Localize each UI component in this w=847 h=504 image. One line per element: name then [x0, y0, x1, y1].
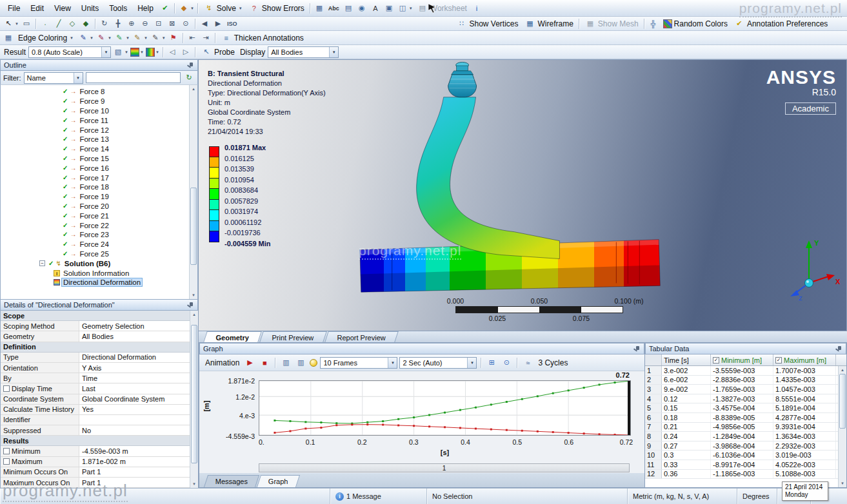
- data-cell[interactable]: 0.3: [662, 451, 711, 460]
- first-frame-icon[interactable]: ⇤: [186, 32, 199, 44]
- data-cell[interactable]: 5.1891e-004: [773, 403, 836, 412]
- data-cell[interactable]: 0.33: [662, 460, 711, 469]
- column-header-index[interactable]: [645, 354, 662, 365]
- flag-icon[interactable]: ⚑: [167, 32, 180, 44]
- tree-item-solution-b6-[interactable]: −✓↯Solution (B6): [1, 258, 197, 268]
- property-value[interactable]: Part 1: [79, 467, 198, 477]
- details-scrollbar[interactable]: ▲ ▼: [190, 311, 198, 488]
- pin-icon[interactable]: [835, 345, 842, 353]
- table-row[interactable]: 100.3-6.1036e-0043.019e-003: [645, 451, 846, 460]
- property-value[interactable]: Directional Deformation: [79, 353, 198, 362]
- data-cell[interactable]: 6.e-002: [662, 376, 711, 385]
- chevron-down-icon[interactable]: ▼: [329, 47, 338, 57]
- scrollbar-thumb[interactable]: [191, 325, 197, 463]
- chevron-down-icon[interactable]: ▼: [101, 47, 110, 57]
- data-cell[interactable]: -3.9868e-004: [711, 441, 773, 451]
- row-index-cell[interactable]: 12: [645, 470, 662, 479]
- data-cell[interactable]: 9.3931e-004: [773, 423, 836, 432]
- data-cell[interactable]: 0.15: [662, 403, 711, 412]
- duration-combo[interactable]: 2 Sec (Auto)▼: [399, 357, 477, 369]
- property-value[interactable]: 1.871e-002 m: [79, 457, 198, 467]
- data-cell[interactable]: 3.e-002: [662, 366, 711, 375]
- x-axis-arrow[interactable]: [826, 274, 835, 280]
- data-cell[interactable]: 0.21: [662, 423, 711, 432]
- data-cell[interactable]: -2.8836e-003: [711, 376, 773, 385]
- data-cell[interactable]: 8.5551e-004: [773, 394, 836, 403]
- vertex-select-icon[interactable]: ∙: [39, 18, 52, 30]
- column-header-time-s-[interactable]: Time [s]: [662, 354, 711, 365]
- table-row[interactable]: 80.24-1.2849e-0041.3634e-003: [645, 432, 846, 441]
- menu-edit[interactable]: Edit: [25, 1, 49, 15]
- menu-help[interactable]: Help: [132, 1, 159, 15]
- edge-select-icon[interactable]: ╱: [52, 18, 65, 30]
- next-view-icon[interactable]: ▶: [212, 18, 224, 30]
- edge-coloring-button[interactable]: Edge Coloring▼: [15, 33, 76, 43]
- tabular-scrollbar[interactable]: ▲ ▼: [838, 366, 846, 487]
- row-index-cell[interactable]: 3: [645, 385, 662, 394]
- edge-direction-icon[interactable]: ✎▼: [77, 32, 94, 44]
- thicken-annotations-button[interactable]: ≡Thicken Annotations: [218, 32, 306, 44]
- orientation-triad[interactable]: Y X Z: [781, 237, 842, 301]
- property-checkbox[interactable]: [3, 448, 10, 454]
- data-cell[interactable]: 0.18: [662, 413, 711, 422]
- row-index-cell[interactable]: 2: [645, 376, 662, 385]
- random-colors-button[interactable]: Random Colors: [661, 19, 730, 29]
- tree-item-force-20[interactable]: ✓→Force 20: [1, 202, 197, 211]
- zoom-out-icon[interactable]: ⊖: [139, 18, 152, 30]
- show-vertices-button[interactable]: ∷Show Vertices: [453, 18, 521, 30]
- tab-print-preview[interactable]: Print Preview: [260, 331, 327, 342]
- tree-item-force-11[interactable]: ✓→Force 11: [1, 115, 197, 125]
- pan-icon[interactable]: ╋: [112, 18, 125, 30]
- row-index-cell[interactable]: 4: [645, 394, 662, 403]
- tree-item-force-14[interactable]: ✓→Force 14: [1, 144, 197, 154]
- y-axis-arrow[interactable]: [806, 240, 812, 248]
- wireframe-button[interactable]: ▦Wireframe: [522, 18, 576, 30]
- spellcheck-icon[interactable]: Abc: [326, 3, 341, 14]
- select-mode-icon[interactable]: ↖▼: [2, 18, 19, 30]
- tree-item-force-12[interactable]: ✓→Force 12: [1, 125, 197, 135]
- min-probe-icon[interactable]: ◁: [166, 46, 179, 58]
- tree-item-force-21[interactable]: ✓→Force 21: [1, 211, 197, 220]
- animation-segment-bar[interactable]: 1: [259, 463, 630, 472]
- show-errors-button[interactable]: ?Show Errors: [246, 3, 307, 14]
- tree-item-force-10[interactable]: ✓→Force 10: [1, 106, 197, 116]
- property-checkbox[interactable]: [3, 458, 10, 465]
- box-select-icon[interactable]: ▭: [20, 18, 33, 30]
- menu-view[interactable]: View: [49, 1, 76, 15]
- scroll-up-icon[interactable]: ▲: [839, 366, 846, 374]
- magnifier-icon[interactable]: ⊙: [179, 18, 192, 30]
- dock-tab-messages[interactable]: Messages: [204, 475, 259, 487]
- data-cell[interactable]: -8.9917e-004: [711, 460, 773, 469]
- table-row[interactable]: 120.36-1.1865e-0035.1088e-003: [645, 470, 846, 480]
- refresh-icon[interactable]: ↻: [183, 73, 195, 83]
- row-index-cell[interactable]: 1: [645, 366, 662, 375]
- property-value[interactable]: No: [79, 425, 198, 435]
- distributed-frames-icon[interactable]: ▥: [279, 357, 292, 369]
- data-cell[interactable]: 5.1088e-003: [773, 470, 836, 479]
- tree-item-force-18[interactable]: ✓→Force 18: [1, 182, 197, 192]
- data-cell[interactable]: 1.0457e-003: [773, 385, 836, 394]
- property-value[interactable]: Y Axis: [79, 363, 198, 373]
- data-cell[interactable]: -1.3827e-003: [711, 394, 773, 403]
- capture-icon[interactable]: ◫▼: [396, 3, 414, 14]
- triad-origin-ball[interactable]: [805, 279, 813, 287]
- edge-connection-icon[interactable]: ✎▼: [95, 32, 112, 44]
- dock-tab-graph[interactable]: Graph: [257, 475, 300, 487]
- data-cell[interactable]: 1.4335e-003: [773, 376, 836, 385]
- property-value[interactable]: All Bodies: [79, 331, 198, 341]
- body-select-icon[interactable]: ◆: [79, 18, 92, 30]
- row-index-cell[interactable]: 11: [645, 460, 662, 469]
- data-cell[interactable]: -1.2849e-004: [711, 432, 773, 441]
- data-cell[interactable]: -8.8389e-005: [711, 413, 773, 422]
- column-checkbox[interactable]: ✓: [775, 357, 782, 363]
- property-value[interactable]: Global Coordinate System: [79, 394, 198, 404]
- data-cell[interactable]: -3.4575e-004: [711, 403, 773, 412]
- probe-button[interactable]: ↖Probe: [198, 46, 237, 58]
- solve-status-icon[interactable]: ✔: [159, 3, 172, 14]
- face-select-icon[interactable]: ◇: [66, 18, 79, 30]
- interference-icon[interactable]: ▦: [313, 3, 326, 14]
- table-row[interactable]: 60.18-8.8389e-0054.2877e-004: [645, 413, 846, 423]
- scroll-up-icon[interactable]: ▲: [190, 85, 197, 93]
- scroll-up-icon[interactable]: ▲: [190, 311, 198, 318]
- data-cell[interactable]: 0.24: [662, 432, 711, 441]
